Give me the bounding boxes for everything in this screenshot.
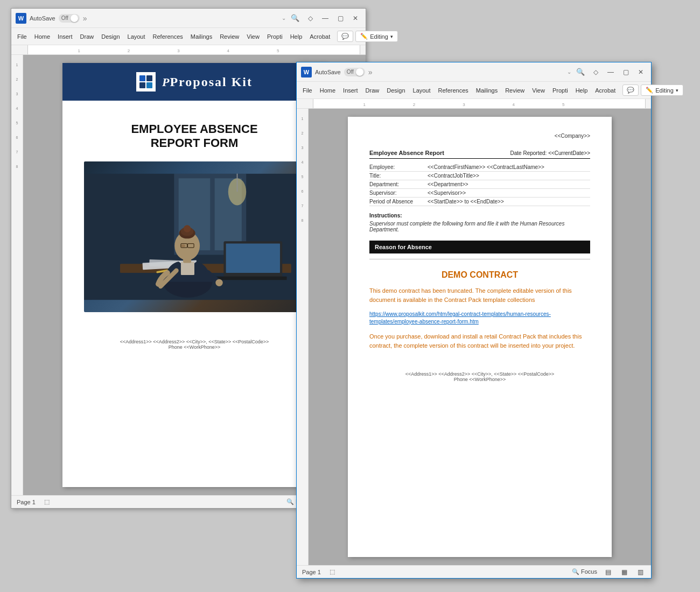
ribbon-file-2[interactable]: File [300,85,315,96]
ribbon-help-1[interactable]: Help [288,31,305,42]
ribbon-icon-2[interactable]: ◇ [590,66,601,78]
ribbon-ref-2[interactable]: References [436,85,471,96]
p2-demo-text-2: Once you purchase, download and install … [369,332,590,350]
title-bar-2: W AutoSave Off » ⌄ 🔍 ◇ — ▢ ✕ [297,62,651,82]
ribbon-ref-1[interactable]: References [150,31,186,42]
ribbon-insert-1[interactable]: Insert [55,31,75,42]
ribbon-view-1[interactable]: View [244,31,262,42]
editing-chevron-2: ▾ [676,88,678,93]
ribbon-draw-1[interactable]: Draw [78,31,97,42]
more-btn-2[interactable]: » [368,68,373,76]
ribbon-review-1[interactable]: Review [217,31,242,42]
more-btn-1[interactable]: » [83,14,87,23]
pencil-icon-2: ✏️ [646,87,653,94]
p2-date: Date Reported: <<CurrentDate>> [510,150,590,156]
autosave-toggle-1[interactable]: Off [59,14,80,23]
toggle-knob-1 [71,15,78,22]
doc-title: EMPLOYEE ABSENCE REPORT FORM [84,122,305,151]
autosave-toggle-2[interactable]: Off [344,68,365,76]
autosave-label-1: AutoSave [30,15,55,22]
ribbon-draw-2[interactable]: Draw [363,85,382,96]
ribbon-propti-1[interactable]: Propti [264,31,285,42]
field-absence-period: Period of Absence <<StartDate>> to <<End… [369,198,590,206]
p2-section-header: Reason for Absence [369,241,590,253]
p2-demo-text-1: This demo contract has been truncated. T… [369,286,590,304]
title-bar-1: W AutoSave Off » ⌄ 🔍 ◇ — ▢ ✕ [11,9,366,28]
ribbon-view-2[interactable]: View [529,85,548,96]
editing-btn-1[interactable]: ✏️ Editing ▾ [355,31,398,42]
word-icon-1: W [16,13,26,24]
search-btn-2[interactable]: 🔍 [575,66,586,78]
close-btn-2[interactable]: ✕ [635,66,647,78]
ribbon-design-2[interactable]: Design [384,85,408,96]
p2-demo-title: DEMO CONTRACT [369,270,590,280]
title-chevron-2[interactable]: ⌄ [567,69,571,75]
ribbon-acrobat-1[interactable]: Acrobat [307,31,333,42]
logo-icon-1 [136,72,156,91]
field-department: Department: <<Department>> [369,180,590,189]
ribbon-mail-2[interactable]: Mailings [473,85,500,96]
cover-image-1 [84,161,305,312]
editing-btn-2[interactable]: ✏️ Editing ▾ [641,84,683,96]
ribbon-review-2[interactable]: Review [502,85,527,96]
ribbon-icon-1[interactable]: ◇ [304,12,316,24]
title-chevron-1[interactable]: ⌄ [282,15,286,21]
toggle-knob-2 [356,68,363,76]
ribbon-home-2[interactable]: Home [317,85,338,96]
ribbon-layout-1[interactable]: Layout [125,31,148,42]
maximize-btn-1[interactable]: ▢ [334,12,346,24]
ribbon-propti-2[interactable]: Propti [550,85,571,96]
focus-label-2[interactable]: 🔍 Focus [572,568,597,575]
search-btn-1[interactable]: 🔍 [289,12,301,24]
p2-fields: Employee: <<ContractFirstName>> <<Contra… [369,163,590,206]
ruler-1: 1 2 3 4 5 [11,45,366,55]
field-supervisor: Supervisor: <<Supervisor>> [369,189,590,198]
p2-report-title: Employee Absence Report [369,150,444,156]
ribbon-acrobat-2[interactable]: Acrobat [592,85,618,96]
comment-icon-1: 💬 [341,33,349,40]
view-print-btn-2[interactable]: ▤ [603,567,613,577]
view-web-btn-2[interactable]: ▦ [619,567,629,577]
v-ruler-2: 1 2 3 4 5 6 7 8 [297,109,309,565]
page-2-body: <<Company>> Employee Absence Report Date… [348,117,612,393]
ribbon-file-1[interactable]: File [15,31,30,42]
close-btn-1[interactable]: ✕ [349,12,361,24]
doc-container-2: 1 2 3 4 5 6 7 8 <<Company>> Employee Abs… [297,109,651,565]
comment-btn-2[interactable]: 💬 [622,84,639,96]
p2-instructions-text: Supervisor must complete the following f… [369,221,590,232]
comment-btn-1[interactable]: 💬 [337,31,353,42]
view-read-btn-2[interactable]: ▥ [635,567,646,577]
page-label-1: Page 1 [17,499,36,505]
field-employee: Employee: <<ContractFirstName>> <<Contra… [369,163,590,172]
ruler-2: 1 2 3 4 5 [297,99,651,109]
page-1-body: EMPLOYEE ABSENCE REPORT FORM [62,101,326,331]
p2-instructions: Instructions: Supervisor must complete t… [369,213,590,232]
ribbon-home-1[interactable]: Home [32,31,53,42]
ribbon-help-2[interactable]: Help [573,85,591,96]
comment-icon-2: 💬 [627,87,634,94]
status-bar-2: Page 1 ⬚ 🔍 Focus ▤ ▦ ▥ [297,565,651,578]
p2-footer: <<Address1>> <<Address2>> <<City>>, <<St… [369,366,590,382]
ribbon-layout-2[interactable]: Layout [410,85,433,96]
autosave-label-2: AutoSave [315,69,341,75]
ribbon-design-1[interactable]: Design [99,31,122,42]
ribbon-1: File Home Insert Draw Design Layout Refe… [11,28,366,45]
pencil-icon-1: ✏️ [360,33,368,40]
p2-demo-link[interactable]: https://www.proposalkit.com/htm/legal-co… [369,311,590,326]
ribbon-mail-1[interactable]: Mailings [188,31,215,42]
svg-rect-25 [84,174,305,300]
page-label-2: Page 1 [302,569,321,575]
field-title: Title: <<ContractJobTitle>> [369,172,590,180]
p2-company: <<Company>> [369,133,590,139]
status-icon-1: ⬚ [44,498,50,505]
editing-chevron-1: ▾ [390,34,393,39]
p2-divider [369,259,590,259]
minimize-btn-2[interactable]: — [605,66,617,78]
maximize-btn-2[interactable]: ▢ [620,66,632,78]
editing-label-1: Editing [370,33,388,40]
ribbon-insert-2[interactable]: Insert [340,85,361,96]
word-icon-2: W [301,67,312,77]
doc-scroll-2[interactable]: <<Company>> Employee Absence Report Date… [309,109,651,565]
minimize-btn-1[interactable]: — [319,12,331,24]
p2-instructions-title: Instructions: [369,213,590,219]
